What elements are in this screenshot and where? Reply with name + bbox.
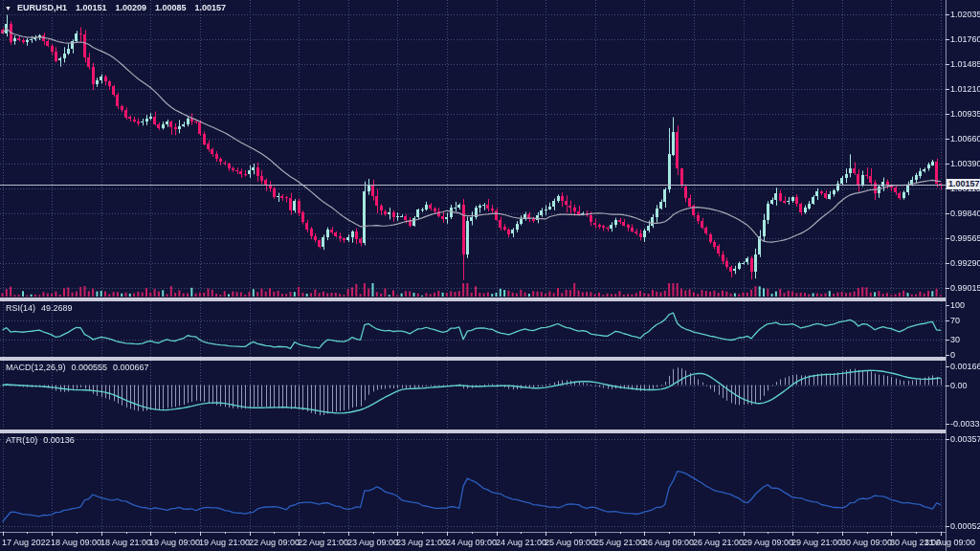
atr-name: ATR(10) (6, 435, 37, 445)
symbol-dropdown-icon[interactable]: ▼ (5, 3, 11, 13)
rsi-indicator-label: RSI(14)49.2689 (6, 303, 78, 314)
symbol-header: ▼ EURUSD,H1 1.00151 1.00209 1.00085 1.00… (5, 3, 226, 13)
atr-indicator-label: ATR(10)0.00136 (6, 435, 80, 446)
atr-value: 0.00136 (43, 435, 75, 445)
rsi-name: RSI(14) (6, 303, 35, 313)
ohlc-high: 1.00209 (116, 3, 147, 13)
macd-name: MACD(12,26,9) (6, 363, 66, 372)
macd-signal-value: 0.000667 (113, 363, 149, 372)
ohlc-low: 1.00085 (155, 3, 187, 13)
ohlc-close: 1.00157 (195, 3, 227, 13)
current-price-badge: 1.00157 (947, 179, 980, 189)
ohlc-open: 1.00151 (76, 3, 107, 13)
macd-main-value: 0.000555 (72, 363, 108, 372)
chart-canvas[interactable] (0, 0, 980, 551)
symbol-label: EURUSD,H1 (17, 3, 67, 13)
rsi-value: 49.2689 (41, 303, 73, 313)
macd-indicator-label: MACD(12,26,9)0.0005550.000667 (6, 363, 155, 373)
mt4-chart-window: ▼ EURUSD,H1 1.00151 1.00209 1.00085 1.00… (0, 0, 980, 551)
